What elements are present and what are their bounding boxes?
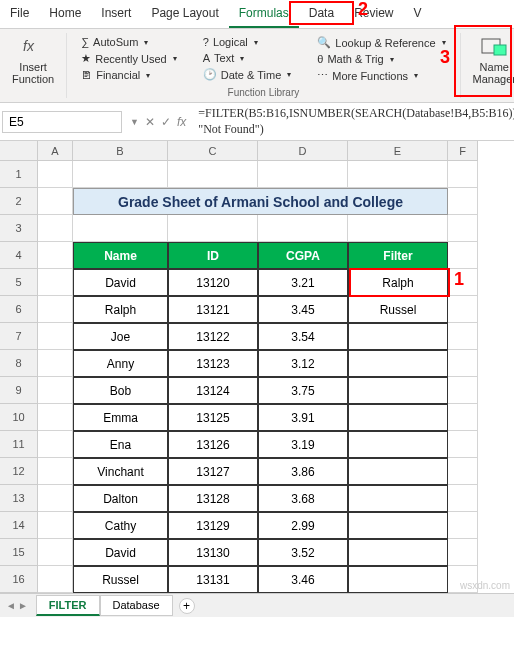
row-header-11[interactable]: 11 (0, 431, 38, 458)
cell-D10[interactable]: 3.91 (258, 404, 348, 431)
cell-E11[interactable] (348, 431, 448, 458)
cell-B16[interactable]: Russel (73, 566, 168, 593)
cell-D11[interactable]: 3.19 (258, 431, 348, 458)
cell-B7[interactable]: Joe (73, 323, 168, 350)
cell-D3[interactable] (258, 215, 348, 242)
cell-F14[interactable] (448, 512, 478, 539)
cell-B11[interactable]: Ena (73, 431, 168, 458)
ribbon-tab-home[interactable]: Home (39, 0, 91, 28)
cell-D15[interactable]: 3.52 (258, 539, 348, 566)
cell-A14[interactable] (38, 512, 73, 539)
cell-E4[interactable]: Filter (348, 242, 448, 269)
cell-B15[interactable]: David (73, 539, 168, 566)
cell-F1[interactable] (448, 161, 478, 188)
cell-B6[interactable]: Ralph (73, 296, 168, 323)
col-header-B[interactable]: B (73, 141, 168, 161)
row-header-6[interactable]: 6 (0, 296, 38, 323)
cell-A15[interactable] (38, 539, 73, 566)
lookup-reference-button[interactable]: 🔍Lookup & Reference▾ (313, 35, 449, 50)
cell-E10[interactable] (348, 404, 448, 431)
cell-C14[interactable]: 13129 (168, 512, 258, 539)
cell-D6[interactable]: 3.45 (258, 296, 348, 323)
ribbon-tab-v[interactable]: V (404, 0, 432, 28)
cell-C15[interactable]: 13130 (168, 539, 258, 566)
col-header-E[interactable]: E (348, 141, 448, 161)
cell-E15[interactable] (348, 539, 448, 566)
cell-A10[interactable] (38, 404, 73, 431)
cell-C6[interactable]: 13121 (168, 296, 258, 323)
row-header-4[interactable]: 4 (0, 242, 38, 269)
row-header-1[interactable]: 1 (0, 161, 38, 188)
cell-E1[interactable] (348, 161, 448, 188)
row-header-2[interactable]: 2 (0, 188, 38, 215)
cell-D13[interactable]: 3.68 (258, 485, 348, 512)
financial-button[interactable]: 🖹Financial▾ (77, 68, 181, 82)
sheet-tab-database[interactable]: Database (100, 595, 173, 616)
cell-C9[interactable]: 13124 (168, 377, 258, 404)
cell-F11[interactable] (448, 431, 478, 458)
cell-D7[interactable]: 3.54 (258, 323, 348, 350)
cell-F6[interactable] (448, 296, 478, 323)
cell-F10[interactable] (448, 404, 478, 431)
ribbon-tab-formulas[interactable]: Formulas (229, 0, 299, 28)
cancel-icon[interactable]: ✕ (145, 115, 155, 129)
cell-C11[interactable]: 13126 (168, 431, 258, 458)
cell-B5[interactable]: David (73, 269, 168, 296)
cell-C12[interactable]: 13127 (168, 458, 258, 485)
recently-used-button[interactable]: ★Recently Used▾ (77, 51, 181, 66)
cell-E3[interactable] (348, 215, 448, 242)
enter-icon[interactable]: ✓ (161, 115, 171, 129)
ribbon-tab-page-layout[interactable]: Page Layout (141, 0, 228, 28)
cell-F9[interactable] (448, 377, 478, 404)
cell-B3[interactable] (73, 215, 168, 242)
name-manager-button[interactable]: Name Manager (467, 33, 514, 87)
cell-C8[interactable]: 13123 (168, 350, 258, 377)
autosum-button[interactable]: ∑AutoSum▾ (77, 35, 181, 49)
cell-A4[interactable] (38, 242, 73, 269)
cell-F13[interactable] (448, 485, 478, 512)
formula-input[interactable]: =FILTER(B5:B16,ISNUMBER(SEARCH(Database!… (192, 103, 514, 140)
cell-C10[interactable]: 13125 (168, 404, 258, 431)
col-header-F[interactable]: F (448, 141, 478, 161)
row-header-14[interactable]: 14 (0, 512, 38, 539)
cell-B9[interactable]: Bob (73, 377, 168, 404)
cell-F2[interactable] (448, 188, 478, 215)
cell-E16[interactable] (348, 566, 448, 593)
cell-A9[interactable] (38, 377, 73, 404)
cell-E5[interactable]: Ralph (348, 269, 448, 296)
cell-B12[interactable]: Vinchant (73, 458, 168, 485)
name-box[interactable] (2, 111, 122, 133)
cell-C3[interactable] (168, 215, 258, 242)
cell-D14[interactable]: 2.99 (258, 512, 348, 539)
cell-A16[interactable] (38, 566, 73, 593)
cell-F3[interactable] (448, 215, 478, 242)
cell-F16[interactable] (448, 566, 478, 593)
cell-C4[interactable]: ID (168, 242, 258, 269)
row-header-13[interactable]: 13 (0, 485, 38, 512)
cell-A12[interactable] (38, 458, 73, 485)
col-header-D[interactable]: D (258, 141, 348, 161)
cells-area[interactable]: NameIDCGPAFilterDavid131203.21RalphRalph… (38, 161, 478, 593)
cell-D16[interactable]: 3.46 (258, 566, 348, 593)
more-functions-button[interactable]: ⋯More Functions▾ (313, 68, 449, 83)
cell-A5[interactable] (38, 269, 73, 296)
logical-button[interactable]: ?Logical▾ (199, 35, 296, 49)
cell-B13[interactable]: Dalton (73, 485, 168, 512)
row-header-7[interactable]: 7 (0, 323, 38, 350)
fx-icon[interactable]: fx (177, 115, 186, 129)
cell-F15[interactable] (448, 539, 478, 566)
row-header-16[interactable]: 16 (0, 566, 38, 593)
cell-A7[interactable] (38, 323, 73, 350)
cell-A2[interactable] (38, 188, 73, 215)
cell-C1[interactable] (168, 161, 258, 188)
col-header-A[interactable]: A (38, 141, 73, 161)
cell-D9[interactable]: 3.75 (258, 377, 348, 404)
ribbon-tab-review[interactable]: Review (344, 0, 403, 28)
cell-E6[interactable]: Russel (348, 296, 448, 323)
cell-C13[interactable]: 13128 (168, 485, 258, 512)
row-header-3[interactable]: 3 (0, 215, 38, 242)
cell-D5[interactable]: 3.21 (258, 269, 348, 296)
cell-F4[interactable] (448, 242, 478, 269)
cell-F8[interactable] (448, 350, 478, 377)
row-header-9[interactable]: 9 (0, 377, 38, 404)
